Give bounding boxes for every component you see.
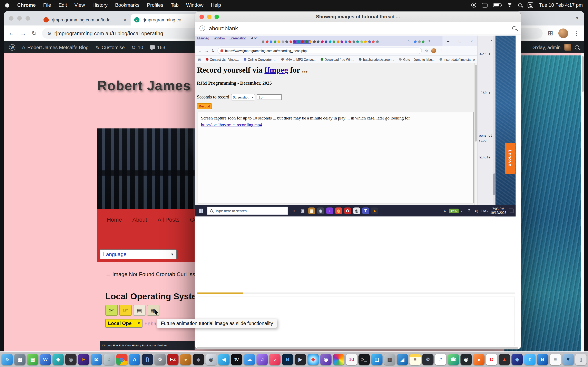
page-info-icon[interactable]: i (199, 25, 205, 31)
dark-media-app[interactable]: ▶ (295, 354, 306, 365)
reload-icon[interactable]: ↻ (31, 29, 37, 37)
close-window-button[interactable] (9, 16, 13, 21)
trash[interactable]: ▯ (575, 354, 587, 365)
apple-tv[interactable]: tv (231, 354, 242, 365)
admin-greeting[interactable]: G'day, admin (532, 44, 561, 50)
menubar-menu-item[interactable]: View (75, 2, 85, 8)
control-center-icon[interactable] (528, 2, 534, 8)
photo-booth[interactable]: ◉ (206, 354, 217, 365)
animation-tile-icon[interactable]: ✂ (105, 305, 118, 316)
numbers[interactable]: ▤ (27, 354, 38, 365)
tab-search-chevron-icon[interactable]: ▾ (576, 15, 578, 21)
blog-nav-link[interactable]: All Posts (158, 217, 180, 223)
blog-scrollbar-thumb[interactable] (582, 56, 584, 92)
preview[interactable]: ◌ (104, 354, 115, 365)
music[interactable]: ♪ (269, 354, 281, 365)
battery-icon[interactable] (493, 3, 501, 7)
terminal[interactable]: >_ (359, 354, 370, 365)
system-settings[interactable]: ⚙ (155, 354, 166, 365)
forward-icon[interactable]: → (20, 29, 26, 37)
zoom-window-button[interactable] (26, 16, 30, 21)
spotlight-icon[interactable] (518, 3, 522, 7)
tab-close-icon[interactable]: × (124, 17, 126, 22)
finder[interactable]: ☺ (1, 354, 13, 365)
downloads-folder[interactable]: ▼ (562, 354, 574, 365)
admin-site-link[interactable]: ⌂ Robert James Metcalfe Blog (22, 44, 88, 50)
browser-menu-icon[interactable]: ⋮ (573, 29, 580, 37)
menubar-menu-item[interactable]: Help (211, 2, 221, 8)
firefox[interactable]: F (78, 354, 89, 365)
opera[interactable]: O (486, 354, 497, 365)
teal-utility[interactable]: ◈ (52, 354, 64, 365)
menubar-menu-item[interactable]: Bookmarks (115, 2, 139, 8)
calendar[interactable]: 10 (346, 354, 357, 365)
blue-ide-app[interactable]: ◆ (511, 354, 523, 365)
telegram[interactable]: ◀ (218, 354, 229, 365)
topic-select[interactable]: Local Ope ▾ (105, 319, 143, 328)
blog-nav-link[interactable]: Home (107, 217, 122, 223)
chrome[interactable]: ◍ (116, 354, 127, 365)
back-icon[interactable]: ← (8, 29, 15, 37)
photos[interactable] (333, 354, 344, 365)
menubar-menu-item[interactable]: File (43, 2, 51, 8)
blog-nav-link[interactable]: About (132, 217, 147, 223)
orange-circle-app[interactable]: ● (473, 354, 484, 365)
filmstrip-tile-icon[interactable]: ▦ (147, 305, 159, 316)
admin-comments-link[interactable]: 163 (150, 44, 165, 50)
dark-utility[interactable]: ◉ (65, 354, 77, 365)
popup-search-icon[interactable] (512, 26, 516, 30)
docker[interactable]: ◫ (371, 354, 382, 365)
menubar-app-name[interactable]: Chrome (17, 2, 35, 8)
filezilla[interactable]: FZ (167, 354, 178, 365)
menubar-menu-item[interactable]: Window (186, 2, 203, 8)
profile-avatar[interactable] (558, 28, 568, 38)
popup-address-bar[interactable]: i about:blank (195, 22, 521, 34)
bluetooth-app[interactable]: B (537, 354, 548, 365)
menubar-clock[interactable]: Tue 10 Feb 4:17 pm (539, 2, 583, 8)
wordpress-logo-icon[interactable]: W (9, 44, 15, 50)
apple-menu-icon[interactable] (5, 2, 10, 8)
screen-record-icon[interactable] (472, 3, 476, 8)
pointer-tile-icon[interactable]: ☞ (119, 305, 132, 316)
popup-titlebar[interactable]: Showing images of tutorial thread ... (195, 12, 521, 22)
book-tile-icon[interactable]: ▤ (133, 305, 146, 316)
vscode[interactable]: ◢ (397, 354, 408, 365)
menubar-menu-item[interactable]: Edit (59, 2, 67, 8)
admin-customise-link[interactable]: ✎ Customise (95, 44, 125, 50)
weather[interactable]: ☁ (244, 354, 255, 365)
amber-app[interactable]: ● (180, 354, 191, 365)
menubar-menu-item[interactable]: History (93, 2, 108, 8)
dark-tool-app[interactable]: ⚙ (422, 354, 433, 365)
menubar-menu-item[interactable]: Profiles (147, 2, 163, 8)
admin-avatar[interactable] (564, 44, 571, 50)
previous-post-link[interactable]: ← Image Not Found Crontab Curl Issue (105, 271, 201, 277)
brave[interactable]: ▲ (499, 354, 510, 365)
display-icon[interactable] (482, 3, 488, 7)
browser-tab[interactable]: rjmprogramming.com.au/toda × (40, 14, 130, 25)
mail[interactable]: ✉ (91, 354, 102, 365)
word[interactable]: W (40, 354, 51, 365)
extensions-icon[interactable]: ⊞ (548, 29, 553, 37)
app-store[interactable]: A (129, 354, 140, 365)
purple-app[interactable]: ◉ (320, 354, 332, 365)
bluesky[interactable]: B (282, 354, 293, 365)
twitter[interactable]: t (524, 354, 536, 365)
site-settings-icon[interactable]: ⚙ (47, 31, 52, 36)
mission-control[interactable]: ▦ (14, 354, 26, 365)
black-app[interactable]: ◆ (193, 354, 204, 365)
slack[interactable]: # (435, 354, 446, 365)
notes[interactable]: ≡ (410, 354, 421, 365)
github[interactable]: ◉ (461, 354, 472, 365)
admin-search-icon[interactable] (575, 45, 579, 49)
menubar-menu-item[interactable]: Tab (171, 2, 179, 8)
textedit[interactable]: ≡ (550, 354, 561, 365)
safari[interactable]: ◈ (307, 354, 319, 365)
language-select[interactable]: Language ▾ (100, 249, 177, 259)
navy-dev-app[interactable]: {} (142, 354, 153, 365)
admin-updates-link[interactable]: ↻ 10 (131, 44, 143, 50)
wifi-icon[interactable] (507, 3, 513, 7)
minimize-window-button[interactable] (17, 16, 22, 21)
blog-scrollbar[interactable] (581, 53, 584, 352)
whatsapp[interactable]: ☎ (448, 354, 459, 365)
month-link[interactable]: Febru (144, 320, 158, 326)
